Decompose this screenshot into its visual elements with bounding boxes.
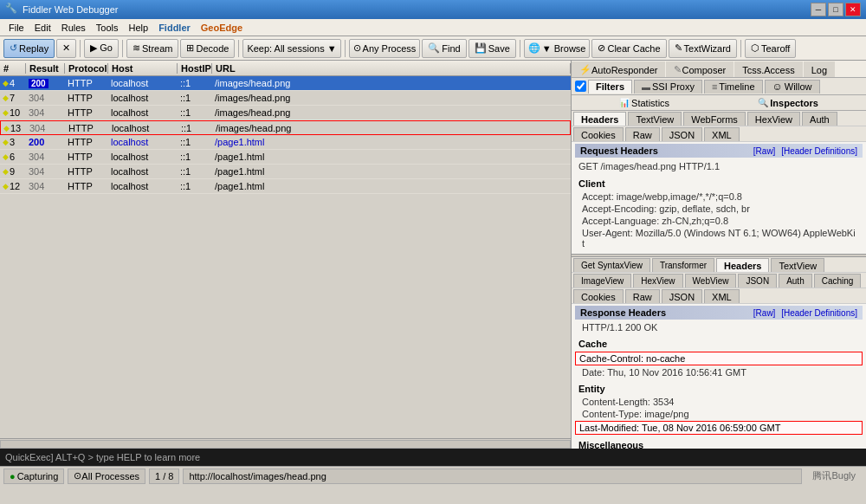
- menu-file[interactable]: File: [3, 21, 29, 35]
- col-header-url: URL: [212, 63, 571, 74]
- session-result: 304: [26, 93, 65, 103]
- req-raw-link[interactable]: [Raw]: [753, 146, 776, 156]
- resp-tabs-row2: ImageView HexView WebView JSON Auth Cach…: [572, 273, 866, 288]
- tab-req-cookies[interactable]: Cookies: [573, 127, 624, 141]
- tab-composer[interactable]: ✎ Composer: [666, 61, 734, 77]
- tab-resp-cookies[interactable]: Cookies: [573, 289, 624, 303]
- session-row[interactable]: ◆ 6 304 HTTP localhost ::1 /page1.html: [0, 150, 571, 165]
- capturing-label: Capturing: [17, 471, 59, 481]
- tab-get-syntaxview[interactable]: Get SyntaxView: [573, 258, 650, 272]
- resp-tabs-row3: Cookies Raw JSON XML: [572, 288, 866, 304]
- tab-req-textview[interactable]: TextView: [628, 112, 682, 126]
- req-header-links: [Raw] [Header Definitions]: [750, 146, 857, 156]
- tab-caching[interactable]: Caching: [814, 274, 862, 288]
- inspectors-tab[interactable]: 🔍 Inspectors: [758, 98, 818, 108]
- resp-tabs-row1: Get SyntaxView Transformer Headers TextV…: [572, 257, 866, 273]
- sep1: [80, 40, 81, 57]
- tab-resp-hexview[interactable]: HexView: [633, 274, 682, 288]
- fiddler-brand[interactable]: Fiddler: [153, 21, 196, 35]
- tab-resp-textview[interactable]: TextView: [771, 258, 824, 272]
- browse-button[interactable]: 🌐 ▼ Browse: [524, 39, 591, 58]
- top-tabs-row: ⚡ AutoResponder ✎ Composer Tcss.Access L…: [572, 61, 866, 78]
- decode-button[interactable]: ⊞ Decode: [180, 39, 235, 58]
- filters-checkbox[interactable]: [575, 81, 586, 92]
- tab-filters[interactable]: Filters: [588, 80, 632, 94]
- tab-req-xml[interactable]: XML: [704, 127, 740, 141]
- session-result: 200: [26, 78, 65, 88]
- session-num: ◆ 4: [0, 78, 26, 88]
- client-group: Client: [575, 177, 863, 191]
- request-panel: Headers TextView WebForms HexView Auth C…: [572, 111, 866, 254]
- menu-tools[interactable]: Tools: [91, 21, 124, 35]
- session-row[interactable]: ◆ 4 200 HTTP localhost ::1 /images/head.…: [0, 76, 571, 91]
- resp-def-link[interactable]: [Header Definitions]: [781, 308, 857, 318]
- tab-req-raw[interactable]: Raw: [625, 127, 660, 141]
- cache-control-value: Cache-Control: no-cache: [575, 352, 863, 365]
- tearoff-button[interactable]: ⬡ Tearoff: [745, 39, 796, 58]
- process-dropdown[interactable]: ⊙ Any Process: [349, 39, 421, 58]
- go-button[interactable]: ▶ Go: [84, 39, 119, 58]
- tab-resp-auth[interactable]: Auth: [779, 274, 812, 288]
- menu-help[interactable]: Help: [124, 21, 154, 35]
- tab-webview[interactable]: WebView: [685, 274, 737, 288]
- req-def-link[interactable]: [Header Definitions]: [781, 146, 857, 156]
- response-headers-content: Response Headers [Raw] [Header Definitio…: [572, 304, 866, 449]
- tab-log[interactable]: Log: [804, 61, 835, 77]
- menu-edit[interactable]: Edit: [29, 21, 56, 35]
- replay-button[interactable]: ↺ Replay: [3, 39, 55, 58]
- tab-transformer[interactable]: Transformer: [652, 258, 714, 272]
- tab-req-hexview[interactable]: HexView: [747, 112, 800, 126]
- quickexec-bar[interactable]: QuickExec] ALT+Q > type HELP to learn mo…: [0, 449, 866, 466]
- processes-status[interactable]: ⊙ All Processes: [68, 468, 145, 484]
- tab-autoresponder[interactable]: ⚡ AutoResponder: [572, 61, 665, 77]
- tab-imageview[interactable]: ImageView: [573, 274, 631, 288]
- stream-button[interactable]: ≋ Stream: [126, 39, 178, 58]
- tab-req-webforms[interactable]: WebForms: [683, 112, 746, 126]
- textwizard-button[interactable]: ✎ TextWizard: [669, 39, 737, 58]
- keep-sessions-dropdown[interactable]: Keep: All sessions ▼: [242, 39, 340, 58]
- app-icon: 🔧: [5, 3, 19, 16]
- save-label: Save: [488, 43, 510, 54]
- session-row[interactable]: ◆ 13 304 HTTP localhost ::1 /images/head…: [0, 120, 571, 135]
- sep5: [520, 40, 520, 57]
- window-title: Fiddler Web Debugger: [23, 4, 811, 15]
- tab-req-json[interactable]: JSON: [662, 127, 702, 141]
- tab-resp-json[interactable]: JSON: [738, 274, 777, 288]
- tab-req-headers[interactable]: Headers: [573, 112, 626, 126]
- col-header-protocol: Protocol: [65, 63, 108, 74]
- tab-resp-raw[interactable]: Raw: [625, 289, 660, 303]
- session-row[interactable]: ◆ 3 200 HTTP localhost ::1 /page1.html: [0, 135, 571, 150]
- close-button[interactable]: ✕: [845, 3, 861, 16]
- menu-rules[interactable]: Rules: [56, 21, 91, 35]
- filter-tabs-row: Filters ▬ SSI Proxy ≡ Timeline ☺ Willow: [572, 78, 866, 95]
- col-header-hostip: HostIP: [178, 63, 212, 74]
- session-row[interactable]: ◆ 9 304 HTTP localhost ::1 /page1.html: [0, 165, 571, 179]
- statistics-tab[interactable]: 📊 Statistics: [619, 98, 669, 108]
- session-row[interactable]: ◆ 10 304 HTTP localhost ::1 /images/head…: [0, 106, 571, 120]
- quickexec-text: QuickExec] ALT+Q > type HELP to learn mo…: [5, 452, 200, 462]
- browse-icon: 🌐: [528, 42, 540, 54]
- tab-resp-json2[interactable]: JSON: [662, 289, 702, 303]
- h-scrollbar[interactable]: [0, 438, 571, 449]
- maximize-button[interactable]: □: [828, 3, 843, 16]
- decode-icon: ⊞: [186, 42, 194, 54]
- row-icon: ◆: [3, 79, 9, 87]
- save-button[interactable]: 💾 Save: [469, 39, 516, 58]
- resp-raw-link[interactable]: [Raw]: [753, 308, 776, 318]
- tab-resp-headers[interactable]: Headers: [716, 258, 769, 272]
- tab-resp-xml[interactable]: XML: [704, 289, 740, 303]
- tab-timeline[interactable]: ≡ Timeline: [704, 80, 763, 94]
- minimize-button[interactable]: ─: [811, 3, 826, 16]
- x-button[interactable]: ✕: [56, 39, 76, 58]
- find-button[interactable]: 🔍 Find: [422, 39, 466, 58]
- tab-req-auth[interactable]: Auth: [802, 112, 837, 126]
- session-row[interactable]: ◆ 12 304 HTTP localhost ::1 /page1.html: [0, 179, 571, 194]
- clearcache-button[interactable]: ⊘ Clear Cache: [591, 39, 666, 58]
- stats-inspectors-row: 📊 Statistics 🔍 Inspectors: [572, 95, 866, 111]
- session-row[interactable]: ◆ 7 304 HTTP localhost ::1 /images/head.…: [0, 91, 571, 106]
- session-url: /images/head.png: [212, 78, 571, 88]
- tab-tcssaccess[interactable]: Tcss.Access: [734, 61, 803, 77]
- geoedge-brand[interactable]: GeoEdge: [196, 21, 248, 35]
- tab-ssiproxy[interactable]: ▬ SSI Proxy: [634, 80, 702, 94]
- tab-willow[interactable]: ☺ Willow: [765, 80, 820, 94]
